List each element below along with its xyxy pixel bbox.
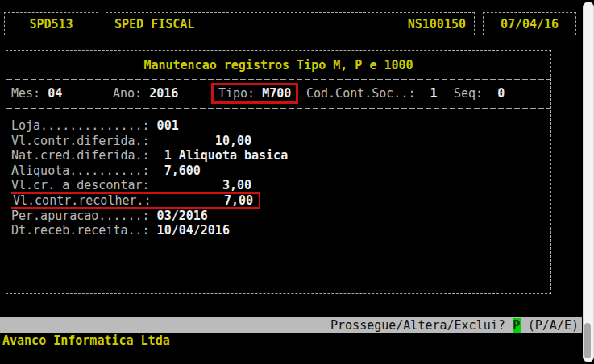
panel-title: Manutencao registros Tipo M, P e 1000 (143, 58, 413, 72)
highlight-box-recolher: Vl.contr.recolher.: 7,00 (11, 192, 260, 209)
seq-label: Seq: (454, 86, 483, 101)
record-row-contr-diferida: Vl.contr.diferida.: 10,00 (11, 134, 547, 149)
record-row-per-apuracao: Per.apuracao......: 03/2016 (11, 209, 547, 224)
row-label: Per.apuracao......: (11, 209, 150, 223)
row-value: 3,00 (150, 178, 251, 192)
row-label: Loja..............: (11, 118, 150, 133)
header-fields-row: Mes:04 Ano:2016 Tipo:M700 Cod.Cont.Soc..… (6, 79, 550, 108)
row-label: Vl.contr.diferida.: (11, 134, 150, 148)
record-body: Loja..............: 001 Vl.contr.diferid… (11, 108, 547, 293)
cod-cont-soc-value: 1 (430, 86, 437, 101)
cod-cont-soc-label: Cod.Cont.Soc..: (306, 86, 415, 101)
program-code-box: SPD513 (4, 12, 98, 35)
ano-label: Ano: (113, 86, 142, 101)
date-box: 07/04/16 (483, 12, 576, 35)
row-value: 1 Aliquota basica (150, 148, 289, 163)
record-row-contr-recolher: Vl.contr.recolher.: 7,00 (11, 193, 547, 209)
record-row-cr-descontar: Vl.cr. a descontar: 3,00 (11, 178, 547, 193)
tipo-value: M700 (262, 86, 291, 101)
main-panel: Manutencao registros Tipo M, P e 1000 Me… (6, 50, 551, 294)
panel-title-bar: Manutencao registros Tipo M, P e 1000 (6, 51, 550, 79)
field-seq: Seq:0 (454, 86, 505, 101)
footer-company: Avanco Informatica Ltda (2, 333, 170, 349)
prompt-question: Prossegue/Altera/Exclui? (330, 318, 505, 333)
row-value: 7,600 (150, 163, 201, 178)
field-mes: Mes:04 (11, 86, 62, 101)
program-code: SPD513 (29, 17, 73, 31)
release-code: NS100150 (408, 17, 466, 31)
row-value: 001 (150, 118, 179, 133)
row-label: Nat.cred.diferida.: (11, 148, 150, 163)
prompt-options: (P/A/E) (528, 318, 579, 333)
row-value: 7,00 (152, 193, 253, 208)
current-date: 07/04/16 (501, 17, 559, 31)
row-value: 03/2016 (150, 209, 208, 223)
mes-label: Mes: (11, 86, 40, 101)
row-label: Vl.contr.recolher.: (13, 193, 152, 208)
row-label: Aliquota..........: (11, 163, 150, 178)
prompt-answer-input[interactable]: P (513, 318, 521, 333)
field-tipo-highlight-box: Tipo:M700 (211, 83, 298, 104)
field-ano: Ano:2016 (113, 86, 178, 101)
scrollbar-thumb[interactable] (584, 323, 591, 358)
row-value: 10,00 (150, 134, 251, 148)
ano-value: 2016 (149, 86, 178, 101)
row-label: Dt.receb.receita..: (11, 223, 150, 238)
record-row-loja: Loja..............: 001 (11, 118, 547, 134)
mes-value: 04 (48, 86, 62, 101)
row-value: 10/04/2016 (150, 223, 230, 238)
app-title: SPED FISCAL (114, 17, 194, 31)
tipo-label: Tipo: (218, 86, 255, 101)
seq-value: 0 (497, 86, 505, 101)
record-row-aliquota: Aliquota..........: 7,600 (11, 163, 547, 179)
record-row-nat-cred: Nat.cred.diferida.: 1 Aliquota basica (11, 148, 547, 163)
app-title-box: SPED FISCAL NS100150 (106, 12, 475, 35)
status-prompt-bar: Prossegue/Altera/Exclui?P(P/A/E) (0, 317, 582, 333)
row-label: Vl.cr. a descontar: (11, 178, 150, 192)
field-cod-cont-soc: Cod.Cont.Soc..:1 (306, 86, 438, 101)
scrollbar-track[interactable] (583, 2, 594, 362)
record-row-dt-receb: Dt.receb.receita..: 10/04/2016 (11, 223, 547, 238)
